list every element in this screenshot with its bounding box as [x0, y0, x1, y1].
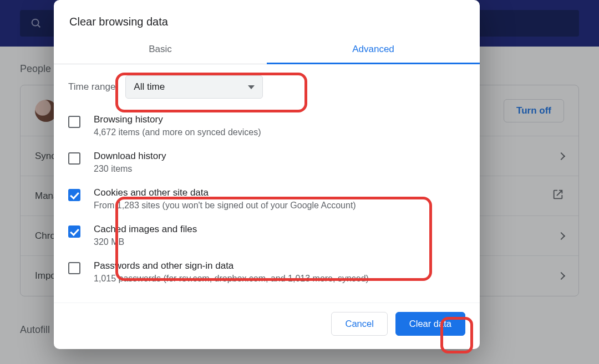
item-subtitle: 4,672 items (and more on synced devices) — [94, 127, 261, 137]
item-subtitle: From 1,283 sites (you won't be signed ou… — [94, 201, 356, 211]
time-range-value: All time — [134, 81, 165, 93]
checkbox-passwords[interactable] — [68, 262, 80, 274]
item-passwords[interactable]: Passwords and other sign-in data 1,015 p… — [68, 254, 465, 290]
checkbox-cookies[interactable] — [68, 189, 80, 201]
checkbox-cached[interactable] — [68, 225, 80, 238]
item-browsing-history[interactable]: Browsing history 4,672 items (and more o… — [68, 107, 465, 144]
time-range-select[interactable]: All time — [125, 75, 263, 99]
item-title: Passwords and other sign-in data — [94, 260, 369, 271]
time-range-row: Time range All time — [68, 64, 465, 107]
dialog-tabs: Basic Advanced — [54, 34, 480, 64]
clear-data-button[interactable]: Clear data — [395, 312, 465, 336]
dialog-actions: Cancel Clear data — [54, 303, 480, 349]
item-cached[interactable]: Cached images and files 320 MB — [68, 217, 465, 254]
clear-browsing-data-dialog: Clear browsing data Basic Advanced Time … — [54, 0, 480, 349]
dialog-scroll-area[interactable]: Time range All time Browsing history 4,6… — [54, 64, 480, 303]
dialog-title: Clear browsing data — [54, 0, 480, 34]
item-title: Browsing history — [94, 114, 261, 125]
item-subtitle: 230 items — [94, 164, 166, 174]
item-download-history[interactable]: Download history 230 items — [68, 144, 465, 181]
item-subtitle: 320 MB — [94, 237, 197, 247]
tab-advanced[interactable]: Advanced — [267, 34, 480, 64]
item-cookies[interactable]: Cookies and other site data From 1,283 s… — [68, 181, 465, 217]
checkbox-browsing-history[interactable] — [68, 116, 80, 128]
item-title: Download history — [94, 151, 166, 162]
chevron-down-icon — [248, 85, 255, 89]
time-range-label: Time range — [68, 81, 115, 93]
item-title: Cookies and other site data — [94, 187, 356, 198]
checkbox-download-history[interactable] — [68, 152, 80, 165]
item-title: Cached images and files — [94, 224, 197, 235]
cancel-button[interactable]: Cancel — [331, 312, 387, 336]
item-subtitle: 1,015 passwords (for rsv.com, dropbox.co… — [94, 274, 369, 284]
tab-basic[interactable]: Basic — [54, 34, 267, 64]
